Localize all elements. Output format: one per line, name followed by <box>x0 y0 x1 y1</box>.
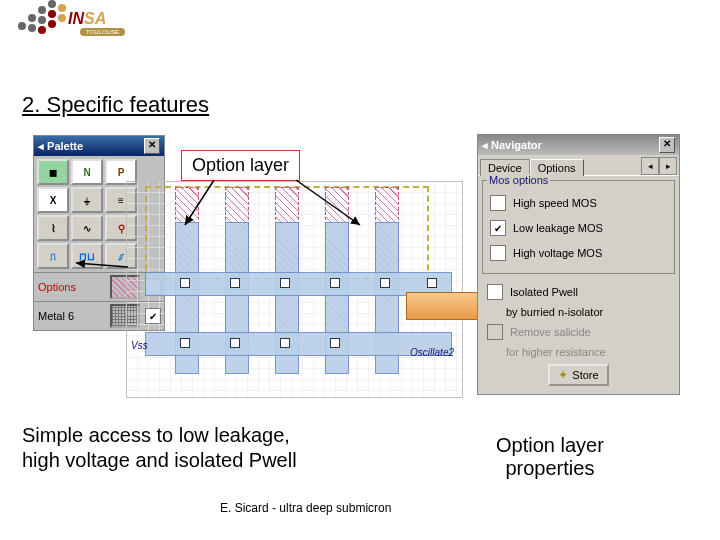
metal6-row-label[interactable]: Metal 6 <box>34 307 108 325</box>
summary-right: Option layer properties <box>496 434 604 480</box>
big-arrow-icon <box>406 292 483 320</box>
opt-label: Remove salicide <box>510 326 591 338</box>
remove-salicide-checkbox[interactable] <box>487 324 503 340</box>
palette-tool[interactable]: ⏚ <box>71 187 103 213</box>
tab-device[interactable]: Device <box>480 159 530 176</box>
close-icon[interactable]: ✕ <box>659 137 675 153</box>
logo-text: INSA <box>68 10 106 28</box>
navigator-titlebar[interactable]: ◂ Navigator ✕ <box>478 135 679 155</box>
navigator-window: ◂ Navigator ✕ Device Options ◂ ▸ Mos opt… <box>477 134 680 395</box>
layout-diagram: Vss Oscillate2 <box>126 181 463 398</box>
high-voltage-mos-checkbox[interactable] <box>490 245 506 261</box>
palette-tool[interactable]: ◼ <box>37 159 69 185</box>
opt-label: Isolated Pwell <box>510 286 578 298</box>
net-label-vss: Vss <box>131 340 148 351</box>
palette-tool[interactable]: ⌇ <box>37 215 69 241</box>
group-label: Mos options <box>487 174 550 186</box>
tab-scroll-left-icon[interactable]: ◂ <box>641 157 659 175</box>
net-label-osc: Oscillate2 <box>410 347 454 358</box>
opt-label: Low leakage MOS <box>513 222 603 234</box>
tab-options[interactable]: Options <box>530 159 584 176</box>
high-speed-mos-checkbox[interactable] <box>490 195 506 211</box>
opt-sublabel: for higher resistance <box>506 346 673 358</box>
options-row-label[interactable]: Options <box>34 278 108 296</box>
opt-label: High speed MOS <box>513 197 597 209</box>
palette-tool[interactable]: ∿ <box>71 215 103 241</box>
section-heading: 2. Specific features <box>22 92 209 118</box>
footer-credit: E. Sicard - ultra deep submicron <box>220 501 391 515</box>
palette-titlebar[interactable]: ◂ Palette ✕ <box>34 136 164 156</box>
tab-bar: Device Options ◂ ▸ <box>478 155 679 176</box>
logo-dots-icon <box>18 4 63 34</box>
mos-options-group: Mos options High speed MOS ✔Low leakage … <box>482 180 675 274</box>
store-button[interactable]: ✦Store <box>548 364 608 386</box>
low-leakage-mos-checkbox[interactable]: ✔ <box>490 220 506 236</box>
palette-tool[interactable]: ⎍ <box>37 243 69 269</box>
summary-text: Simple access to low leakage, high volta… <box>22 423 297 473</box>
option-layer-callout: Option layer <box>181 150 300 181</box>
palette-tool[interactable]: X <box>37 187 69 213</box>
opt-label: High voltage MOS <box>513 247 602 259</box>
palette-tool[interactable]: N <box>71 159 103 185</box>
logo: INSA TOULOUSE <box>18 4 63 34</box>
star-icon: ✦ <box>558 368 568 382</box>
opt-sublabel: by burried n-isolator <box>506 306 673 318</box>
palette-tool[interactable]: ⊓⊔ <box>71 243 103 269</box>
logo-subtext: TOULOUSE <box>80 28 125 36</box>
isolated-pwell-checkbox[interactable] <box>487 284 503 300</box>
tab-scroll-right-icon[interactable]: ▸ <box>659 157 677 175</box>
close-icon[interactable]: ✕ <box>144 138 160 154</box>
